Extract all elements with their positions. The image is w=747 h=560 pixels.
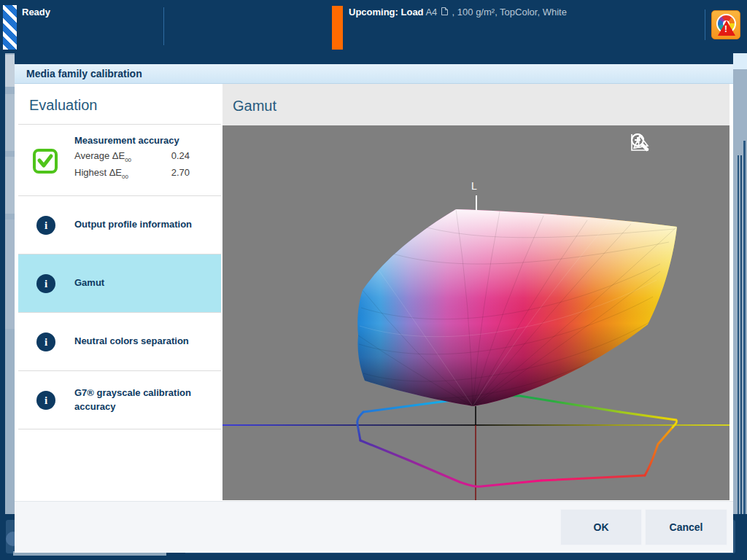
cancel-button[interactable]: Cancel [645, 509, 727, 545]
background-right-dimmed [733, 53, 747, 514]
background-tab [5, 94, 15, 151]
topbar-divider [705, 9, 705, 40]
measurement-accuracy-title: Measurement accuracy [74, 135, 221, 146]
gamut-3d-solid [357, 209, 677, 406]
info-icon: i [36, 216, 55, 235]
average-deltae-label: Average ΔE00 [74, 150, 131, 163]
top-status-bar: Ready Upcoming: Load A4 , 100 g/m², TopC… [0, 0, 747, 53]
background-sidebar-dimmed [0, 53, 15, 514]
eval-item-neutral-colors-separation[interactable]: i Neutral colors separation [18, 312, 221, 370]
l-axis-label: L [471, 180, 477, 192]
portrait-page-icon [441, 7, 449, 18]
ok-button[interactable]: OK [560, 509, 642, 545]
gamut-panel: Gamut [222, 84, 729, 501]
background-tab [5, 219, 15, 329]
success-check-icon [33, 149, 58, 174]
average-deltae-value: 0.24 [171, 150, 190, 163]
info-icon: i [36, 391, 55, 410]
eval-item-measurement-accuracy[interactable]: Measurement accuracy Average ΔE00 0.24 H… [18, 124, 221, 195]
gamut-2d-outline [357, 395, 677, 486]
zoom-out-icon[interactable] [662, 131, 684, 153]
evaluation-heading: Evaluation [18, 84, 221, 124]
eval-item-label: Neutral colors separation [74, 335, 208, 348]
upcoming-warning-bar [332, 6, 343, 50]
dialog-title: Media family calibration [15, 64, 733, 84]
info-icon: i [36, 274, 55, 293]
background-strip [733, 53, 747, 69]
highest-deltae-value: 2.70 [171, 167, 190, 180]
info-icon: i [36, 332, 55, 351]
warning-triangle-icon [718, 20, 735, 36]
background-tab [5, 157, 15, 214]
upcoming-job-text: Upcoming: Load A4 , 100 g/m², TopColor, … [349, 7, 567, 18]
gamut-heading: Gamut [222, 84, 729, 125]
average-deltae-row: Average ΔE00 0.24 [74, 150, 190, 163]
gamut-3d-viewer[interactable]: L [222, 125, 729, 500]
eval-item-label: Output profile information [74, 218, 211, 231]
dialog-footer: OK Cancel [15, 501, 733, 553]
upcoming-label: Upcoming: Load [349, 7, 424, 18]
separator [18, 429, 221, 429]
background-line [738, 155, 739, 514]
topbar-divider [163, 7, 164, 45]
viewer-toolbar [629, 131, 718, 153]
upcoming-details: , 100 g/m², TopColor, White [452, 7, 567, 18]
eval-item-gamut[interactable]: i Gamut [18, 254, 221, 312]
background-tab [5, 55, 15, 87]
highest-deltae-row: Highest ΔE00 2.70 [74, 167, 190, 180]
background-line [743, 141, 746, 514]
background-line [740, 155, 742, 514]
eval-item-label: Gamut [74, 276, 123, 289]
highest-deltae-label: Highest ΔE00 [74, 167, 128, 180]
evaluation-panel: Evaluation Measurement accuracy Average … [18, 84, 221, 501]
eval-item-output-profile-information[interactable]: i Output profile information [18, 195, 221, 254]
screen: Ready Upcoming: Load A4 , 100 g/m², TopC… [0, 0, 747, 560]
upcoming-media: A4 [425, 7, 437, 18]
color-alert-button[interactable] [711, 10, 740, 39]
media-family-calibration-dialog: Media family calibration Evaluation Meas… [15, 64, 733, 553]
printer-status-stripes-icon [3, 5, 17, 50]
eval-item-g7-grayscale-calibration[interactable]: i G7® grayscale calibration accuracy [18, 370, 221, 429]
eval-item-label: G7® grayscale calibration accuracy [74, 386, 221, 413]
printer-status-text: Ready [22, 7, 50, 18]
zoom-in-icon[interactable] [696, 131, 718, 153]
